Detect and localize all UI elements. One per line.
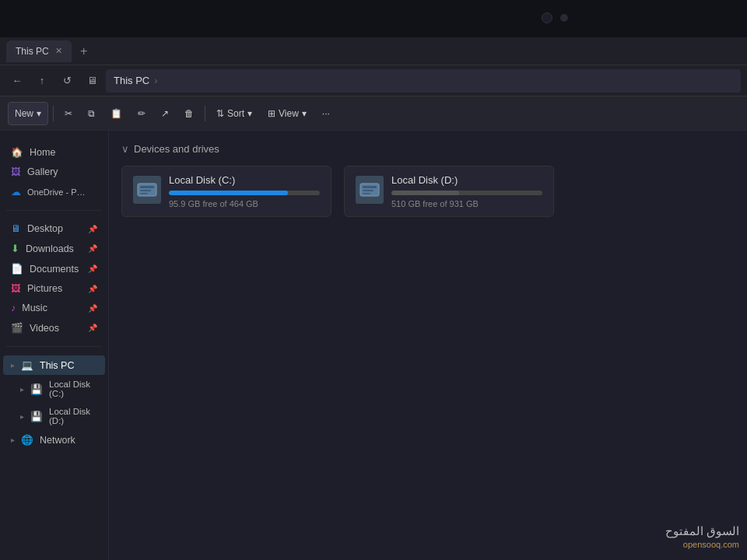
sidebar-item-local-c[interactable]: ▸ 💾 Local Disk (C:) <box>3 376 105 402</box>
main-layout: 🏠 Home 🖼 Gallery ☁ OneDrive - Persona 🖥 … <box>0 131 747 560</box>
title-bar: This PC ✕ + <box>0 37 747 65</box>
drive-c-space: 95.9 GB free of 464 GB <box>169 199 320 208</box>
more-icon: ··· <box>322 108 330 119</box>
copy-icon: ⧉ <box>88 108 95 119</box>
drive-c-info: Local Disk (C:) 95.9 GB free of 464 GB <box>169 174 320 208</box>
drive-c-bar-bg <box>169 191 320 195</box>
drive-d-icon <box>356 176 384 204</box>
view-grid-icon: ⊞ <box>268 108 275 119</box>
rename-icon: ✏ <box>138 108 146 119</box>
local-c-icon: 💾 <box>30 383 43 395</box>
thispc-expand-icon: ▸ <box>11 361 15 369</box>
desktop-pin-icon: 📌 <box>88 225 97 233</box>
cut-icon: ✂ <box>65 108 72 119</box>
home-icon: 🏠 <box>11 146 23 158</box>
camera-bar <box>0 0 747 37</box>
sort-chevron-icon: ▾ <box>247 108 252 119</box>
videos-pin-icon: 📌 <box>88 324 97 332</box>
up-button[interactable]: ↑ <box>31 70 53 92</box>
view-button[interactable]: 🖥 <box>81 70 103 92</box>
more-button[interactable]: ··· <box>316 102 336 125</box>
drive-card-c[interactable]: Local Disk (C:) 95.9 GB free of 464 GB <box>121 166 331 217</box>
sidebar-item-local-d-label: Local Disk (D:) <box>49 407 97 425</box>
sidebar-item-videos-label: Videos <box>30 323 59 334</box>
tab-close-button[interactable]: ✕ <box>55 46 62 56</box>
sidebar-item-pictures[interactable]: 🖼 Pictures 📌 <box>3 279 105 298</box>
delete-icon: 🗑 <box>184 108 194 119</box>
copy-button[interactable]: ⧉ <box>82 102 101 125</box>
sidebar-item-videos[interactable]: 🎬 Videos 📌 <box>3 318 105 338</box>
gallery-icon: 🖼 <box>11 166 21 177</box>
sidebar-item-documents[interactable]: 📄 Documents 📌 <box>3 259 105 278</box>
svg-rect-5 <box>363 186 377 188</box>
sidebar-item-desktop-label: Desktop <box>27 223 63 234</box>
camera-dot <box>560 14 568 22</box>
onedrive-icon: ☁ <box>11 186 21 198</box>
breadcrumb-root: This PC <box>114 75 149 86</box>
music-icon: ♪ <box>11 303 16 313</box>
section-chevron-icon: ∨ <box>121 143 129 155</box>
sidebar: 🏠 Home 🖼 Gallery ☁ OneDrive - Persona 🖥 … <box>0 131 109 560</box>
downloads-icon: ⬇ <box>11 243 19 254</box>
downloads-pin-icon: 📌 <box>88 244 97 253</box>
pictures-pin-icon: 📌 <box>88 285 97 293</box>
delete-button[interactable]: 🗑 <box>178 102 200 125</box>
sidebar-item-desktop[interactable]: 🖥 Desktop 📌 <box>3 219 105 238</box>
back-button[interactable]: ← <box>6 70 28 92</box>
new-tab-button[interactable]: + <box>75 42 93 61</box>
view-toggle-button[interactable]: ⊞ View ▾ <box>261 102 313 125</box>
sidebar-item-downloads[interactable]: ⬇ Downloads 📌 <box>3 239 105 258</box>
sidebar-divider-1 <box>6 210 102 211</box>
desktop-icon: 🖥 <box>11 223 21 234</box>
breadcrumb[interactable]: This PC › <box>106 69 741 93</box>
sidebar-item-local-c-label: Local Disk (C:) <box>49 380 97 398</box>
breadcrumb-separator: › <box>154 75 157 86</box>
tab-this-pc[interactable]: This PC ✕ <box>6 40 72 62</box>
svg-rect-3 <box>140 193 148 194</box>
videos-icon: 🎬 <box>11 322 23 334</box>
thispc-icon: 💻 <box>21 359 33 371</box>
music-pin-icon: 📌 <box>88 304 97 313</box>
view-chevron-icon: ▾ <box>302 108 307 119</box>
sidebar-item-local-d[interactable]: ▸ 💾 Local Disk (D:) <box>3 403 105 429</box>
sort-button[interactable]: ⇅ Sort ▾ <box>210 102 258 125</box>
sidebar-item-home[interactable]: 🏠 Home <box>3 142 105 162</box>
separator-2 <box>205 106 205 121</box>
sidebar-item-thispc-label: This PC <box>40 360 74 371</box>
sidebar-item-gallery[interactable]: 🖼 Gallery <box>3 163 105 181</box>
section-header-label: Devices and drives <box>134 143 219 155</box>
sidebar-item-onedrive[interactable]: ☁ OneDrive - Persona <box>3 182 105 201</box>
cut-button[interactable]: ✂ <box>58 102 79 125</box>
sidebar-item-music-label: Music <box>22 303 47 313</box>
share-button[interactable]: ↗ <box>155 102 175 125</box>
action-bar: New ▾ ✂ ⧉ 📋 ✏ ↗ 🗑 ⇅ Sort ▾ ⊞ View ▾ ··· <box>0 96 747 131</box>
svg-rect-1 <box>140 186 154 188</box>
sort-arrow-icon: ⇅ <box>216 108 224 119</box>
camera-lens <box>542 12 552 23</box>
new-label: New <box>15 108 33 119</box>
refresh-button[interactable]: ↺ <box>56 70 78 92</box>
localc-expand-icon: ▸ <box>20 385 24 394</box>
rename-button[interactable]: ✏ <box>132 102 152 125</box>
new-button[interactable]: New ▾ <box>8 102 48 125</box>
sidebar-item-network[interactable]: ▸ 🌐 Network <box>3 430 105 450</box>
sidebar-item-gallery-label: Gallery <box>27 166 58 177</box>
sidebar-section-pinned: 🖥 Desktop 📌 ⬇ Downloads 📌 📄 Documents 📌 … <box>0 214 108 343</box>
drives-grid: Local Disk (C:) 95.9 GB free of 464 GB <box>121 166 735 217</box>
toolbar: ← ↑ ↺ 🖥 This PC › <box>0 65 747 96</box>
drive-card-d[interactable]: Local Disk (D:) 510 GB free of 931 GB <box>344 166 554 217</box>
sidebar-item-thispc[interactable]: ▸ 💻 This PC <box>3 355 105 375</box>
drive-d-space: 510 GB free of 931 GB <box>391 199 542 208</box>
view-label: View <box>279 108 299 119</box>
paste-button[interactable]: 📋 <box>104 102 128 125</box>
drive-c-icon <box>133 176 161 204</box>
pictures-icon: 🖼 <box>11 283 21 294</box>
drive-d-bar-fill <box>391 191 459 195</box>
sidebar-item-onedrive-label: OneDrive - Persona <box>27 187 89 197</box>
section-header: ∨ Devices and drives <box>121 143 735 155</box>
sort-label: Sort <box>227 108 244 119</box>
svg-rect-7 <box>363 193 370 194</box>
drive-c-bar-fill <box>169 191 288 195</box>
sidebar-item-music[interactable]: ♪ Music 📌 <box>3 299 105 317</box>
drive-d-bar-bg <box>391 191 542 195</box>
